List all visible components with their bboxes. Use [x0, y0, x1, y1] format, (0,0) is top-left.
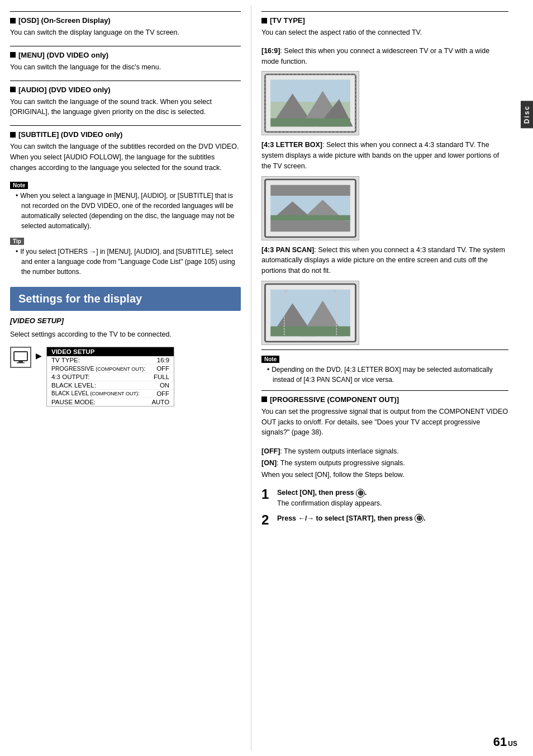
menu-row-0: TV TYPE: 16:9: [47, 356, 174, 365]
section-subtitle-title: [SUBTITLE] (DVD VIDEO only): [10, 130, 241, 139]
setup-menu: ▶ VIDEO SETUP TV TYPE: 16:9 PROGRESSIVE …: [10, 347, 241, 407]
svg-rect-1: [18, 361, 23, 362]
svg-rect-2: [17, 362, 25, 363]
tip-item: If you select [OTHERS →] in [MENU], [AUD…: [16, 247, 241, 277]
main-content: [OSD] (On-Screen Display) You can switch…: [0, 0, 521, 756]
section-subtitle-body: You can switch the language of the subti…: [10, 141, 241, 173]
section-osd-title: [OSD] (On-Screen Display): [10, 16, 241, 25]
tv-diagram-letterbox: [261, 176, 359, 240]
svg-rect-21: [270, 215, 350, 220]
video-setup-desc: Select settings according to the TV to b…: [10, 329, 241, 340]
section-menu-title: [MENU] (DVD VIDEO only): [10, 51, 241, 59]
video-setup-label: [VIDEO SETUP]: [10, 316, 241, 325]
step-2: 2 Press ←/→ to select [START], then pres…: [261, 513, 508, 527]
progressive-on-label: [ON]: [261, 459, 277, 467]
section-osd-body: You can switch the display language on t…: [10, 27, 241, 38]
section-16-9: [16:9]: Select this when you connect a w…: [261, 46, 508, 67]
tip-label: Tip: [10, 238, 24, 245]
menu-key-2: 4:3 OUTPUT:: [51, 374, 89, 380]
progressive-off-body: The system outputs interlace signals.: [284, 447, 399, 455]
progressive-on-body: The system outputs progressive signals.: [280, 459, 405, 467]
section-tv-type: [TV TYPE] You can select the aspect rati…: [261, 11, 508, 38]
menu-key-0: TV TYPE:: [51, 357, 80, 363]
title-square-icon: [261, 18, 267, 23]
note-box-language: Note When you select a language in [MENU…: [10, 181, 241, 231]
section-tv-type-title: [TV TYPE]: [261, 16, 508, 25]
progressive-on: [ON]: The system outputs progressive sig…: [261, 458, 508, 469]
note-body-panscan: Depending on the DVD, [4:3 LETTER BOX] m…: [261, 365, 508, 385]
tv-svg-16-9: [262, 72, 359, 135]
label-panscan: [4:3 PAN SCAN]: [261, 246, 314, 254]
note-item-panscan: Depending on the DVD, [4:3 LETTER BOX] m…: [267, 365, 508, 385]
section-pan-scan: [4:3 PAN SCAN]: Select this when you con…: [261, 245, 508, 276]
monitor-icon: [13, 349, 28, 365]
menu-key-4: BLACK LEVEL (COMPONENT OUT):: [51, 390, 140, 397]
title-square-icon: [10, 87, 16, 92]
tv-diagram-panscan: [261, 281, 359, 345]
section-audio-title: [AUDIO] (DVD VIDEO only): [10, 86, 241, 94]
note-label: Note: [10, 182, 28, 189]
section-subtitle: [SUBTITLE] (DVD VIDEO only) You can swit…: [10, 125, 241, 173]
progressive-on-note: When you select [ON], follow the Steps b…: [261, 470, 508, 480]
title-square-icon: [10, 132, 16, 138]
tip-box: Tip If you select [OTHERS →] in [MENU], …: [10, 237, 241, 277]
svg-rect-9: [270, 119, 350, 127]
step-1-num: 1: [261, 488, 273, 501]
tip-body: If you select [OTHERS →] in [MENU], [AUD…: [10, 247, 241, 277]
label-16-9: [16:9]: [261, 47, 280, 55]
menu-key-3: BLACK LEVEL:: [51, 382, 96, 389]
menu-table: VIDEO SETUP TV TYPE: 16:9 PROGRESSIVE (C…: [46, 347, 174, 407]
menu-val-0: 16:9: [157, 357, 169, 363]
side-tab-label: Disc: [523, 105, 531, 124]
tv-diagram-16-9: [261, 71, 359, 135]
section-progressive-body: You can set the progressive signal that …: [261, 407, 508, 438]
settings-heading: Settings for the display: [18, 292, 232, 305]
menu-row-5: PAUSE MODE: AUTO: [47, 398, 174, 406]
svg-rect-27: [270, 326, 350, 336]
circle-btn-1: ⊕: [356, 489, 365, 498]
title-square-icon: [261, 396, 267, 402]
note-item: When you select a language in [MENU], [A…: [16, 191, 241, 231]
steps-container: 1 Select [ON], then press ⊕. The confirm…: [261, 488, 508, 527]
menu-key-1: PROGRESSIVE (COMPONENT OUT):: [51, 365, 145, 372]
note-label-panscan: Note: [261, 356, 279, 363]
page: Disc [OSD] (On-Screen Display) You can s…: [0, 0, 533, 756]
menu-row-1: PROGRESSIVE (COMPONENT OUT): OFF: [47, 365, 174, 373]
step-2-num: 2: [261, 513, 273, 527]
step-1-body: Select [ON], then press ⊕. The confirmat…: [277, 488, 382, 509]
menu-val-2: FULL: [154, 374, 169, 380]
menu-key-5: PAUSE MODE:: [51, 399, 96, 405]
section-tv-type-body: You can select the aspect ratio of the c…: [261, 27, 508, 38]
right-column: [TV TYPE] You can select the aspect rati…: [251, 6, 521, 750]
left-column: [OSD] (On-Screen Display) You can switch…: [0, 6, 251, 750]
section-progressive-title: [PROGRESSIVE (COMPONENT OUT)]: [261, 395, 508, 404]
section-audio-body: You can switch the language of the sound…: [10, 97, 241, 118]
title-square-icon: [10, 18, 16, 23]
section-menu: [MENU] (DVD VIDEO only) You can switch t…: [10, 46, 241, 73]
svg-rect-17: [270, 220, 350, 231]
tv-svg-panscan: [262, 281, 359, 344]
menu-val-4: OFF: [156, 390, 169, 397]
title-square-icon: [10, 52, 16, 58]
circle-btn-2: ⊕: [415, 514, 423, 523]
svg-rect-16: [270, 185, 350, 196]
step-2-body: Press ←/→ to select [START], then press …: [277, 513, 426, 524]
page-number: 61: [493, 735, 507, 749]
settings-heading-box: Settings for the display: [10, 287, 241, 311]
menu-val-5: AUTO: [151, 399, 169, 405]
section-letter-box: [4:3 LETTER BOX]: Select this when you c…: [261, 140, 508, 171]
section-audio: [AUDIO] (DVD VIDEO only) You can switch …: [10, 81, 241, 118]
progressive-off-label: [OFF]: [261, 447, 280, 455]
svg-rect-5: [270, 80, 350, 102]
tv-svg-letterbox: [262, 177, 359, 240]
note-body: When you select a language in [MENU], [A…: [10, 191, 241, 231]
menu-row-3: BLACK LEVEL: ON: [47, 381, 174, 390]
section-progressive: [PROGRESSIVE (COMPONENT OUT)] You can se…: [261, 390, 508, 480]
body-16-9: Select this when you connect a widescree…: [261, 47, 489, 65]
menu-header: VIDEO SETUP: [47, 347, 174, 356]
section-menu-body: You can switch the language for the disc…: [10, 62, 241, 73]
side-tab: Disc: [521, 101, 533, 128]
progressive-off: [OFF]: The system outputs interlace sign…: [261, 446, 508, 457]
step-1-sub: The confirmation display appears.: [277, 499, 382, 507]
svg-rect-0: [14, 352, 27, 361]
